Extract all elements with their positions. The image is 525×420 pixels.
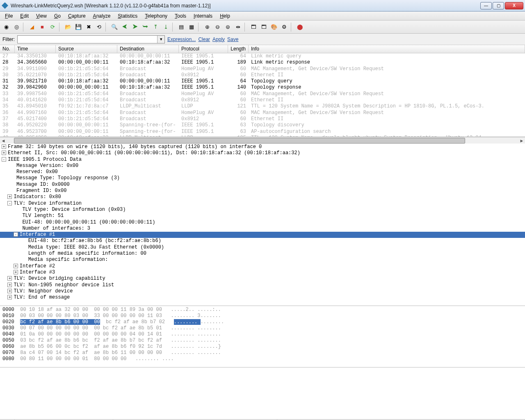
packet-row[interactable]: 2934.991109000:1b:21:d5:5d:64BroadcastHo…	[0, 66, 525, 72]
hex-row[interactable]: 0080 00 80 11 00 00 00 00 01 80 00 00 00…	[2, 356, 523, 362]
tree-row[interactable]: Length of media specific information: 00	[0, 251, 525, 257]
go-first-icon[interactable]: ⤒	[151, 23, 160, 32]
packet-list-pane[interactable]: No. Time Source Destination Protocol Len…	[0, 45, 525, 137]
tree-row[interactable]: EUI-48: 00:00:00_00:00:11 (00:00:00:00:0…	[0, 219, 525, 226]
expand-icon[interactable]: +	[7, 276, 12, 281]
menu-edit[interactable]: Edit	[17, 12, 32, 20]
tree-row[interactable]: +Frame 32: 140 bytes on wire (1120 bits)…	[0, 144, 525, 150]
tree-row[interactable]: Reserved: 0x00	[0, 169, 525, 175]
open-file-icon[interactable]: 📂	[64, 23, 73, 32]
packet-details-pane[interactable]: +Frame 32: 140 bytes on wire (1120 bits)…	[0, 144, 525, 306]
expand-icon[interactable]: +	[14, 270, 18, 274]
tree-row[interactable]: -IEEE 1905.1 Protocol Data	[0, 157, 525, 163]
colorize-icon[interactable]: ▤	[177, 23, 186, 32]
expand-icon[interactable]: +	[2, 151, 6, 155]
filter-combo[interactable]: ▾	[17, 35, 165, 43]
minimize-button[interactable]: —	[480, 2, 492, 9]
expand-icon[interactable]: +	[2, 144, 6, 149]
menu-view[interactable]: View	[33, 12, 50, 20]
tree-row[interactable]: Message Version: 0x00	[0, 163, 525, 169]
close-button[interactable]: X	[505, 2, 523, 9]
expand-icon[interactable]: +	[14, 264, 18, 268]
expand-icon[interactable]: +	[7, 289, 12, 293]
packet-list-header[interactable]: No. Time Source Destination Protocol Len…	[0, 45, 525, 53]
col-time[interactable]: Time	[15, 45, 56, 53]
go-to-packet-icon[interactable]: ⮩	[141, 23, 150, 32]
close-file-icon[interactable]: ✖	[84, 23, 93, 32]
filter-expression-link[interactable]: Expression...	[167, 37, 196, 42]
save-file-icon[interactable]: 💾	[74, 23, 83, 32]
col-src[interactable]: Source	[56, 45, 117, 53]
find-icon[interactable]: 🔍	[110, 23, 119, 32]
hex-row[interactable]: 0030 00 07 00 00 00 00 00 00 00 bc f2 af…	[2, 325, 523, 331]
hex-row[interactable]: 0070 8a c4 07 00 14 bc f2 af ae 8b b6 11…	[2, 350, 523, 356]
help-icon[interactable]: ⬤	[295, 23, 304, 32]
menu-telephony[interactable]: Telephony	[142, 12, 171, 20]
tree-row[interactable]: +TLV: Non-1905 neighbor device list	[0, 282, 525, 288]
go-back-icon[interactable]: ⮜	[120, 23, 129, 32]
packet-row[interactable]: 2834.366566000:00:00_00:00:1100:10:18:af…	[0, 59, 525, 66]
hex-row[interactable]: 0050 03 bc f2 af ae 8b b6 bc f2 af ae 8b…	[2, 338, 523, 344]
capture-filters-icon[interactable]: 🗔	[249, 23, 258, 32]
collapse-icon[interactable]: -	[7, 201, 12, 205]
tree-row[interactable]: Media type: IEEE 802.3u Fast Ethernet (0…	[0, 244, 525, 251]
packet-row[interactable]: 3139.982171000:10:18:af:aa:3200:00:00_00…	[0, 78, 525, 84]
packet-row[interactable]: 3035.022107000:1b:21:d5:5d:64Broadcast0x…	[0, 72, 525, 78]
resize-columns-icon[interactable]: ⇹	[233, 23, 242, 32]
capture-start-icon[interactable]: ◢	[27, 23, 37, 32]
tree-row[interactable]: Message Type: Topology response (3)	[0, 175, 525, 181]
tree-row[interactable]: Number of interfaces: 3	[0, 226, 525, 232]
menu-go[interactable]: Go	[51, 12, 64, 20]
packet-row[interactable]: 3745.021740000:1b:21:d5:5d:64Broadcast0x…	[0, 116, 525, 122]
zoom-reset-icon[interactable]: ⊜	[223, 23, 232, 32]
hex-row[interactable]: 0000 00 10 18 af aa 32 00 00 00 00 00 11…	[2, 307, 523, 313]
menu-capture[interactable]: Capture	[65, 12, 89, 20]
tree-row[interactable]: +Indicators: 0x80	[0, 194, 525, 200]
filter-clear-link[interactable]: Clear	[198, 37, 210, 42]
menu-file[interactable]: File	[2, 12, 16, 20]
filter-input[interactable]	[18, 36, 157, 43]
filter-apply-link[interactable]: Apply	[212, 37, 225, 42]
zoom-in-icon[interactable]: ⊕	[203, 23, 212, 32]
tree-row[interactable]: +TLV: End of message	[0, 294, 525, 301]
reload-icon[interactable]: ⟲	[94, 23, 103, 32]
capture-stop-icon[interactable]: ■	[38, 23, 47, 32]
col-info[interactable]: Info	[249, 45, 525, 53]
collapse-icon[interactable]: -	[2, 157, 6, 162]
expand-icon[interactable]: +	[7, 283, 12, 287]
packet-row[interactable]: 3239.984296000:00:00_00:00:1100:10:18:af…	[0, 84, 525, 91]
menu-statistics[interactable]: Statistics	[114, 12, 141, 20]
packet-row[interactable]: 3846.952022000:00:00_00:00:11Spanning-tr…	[0, 122, 525, 128]
tree-row[interactable]: Media specific information:	[0, 257, 525, 263]
go-forward-icon[interactable]: ⮞	[130, 23, 139, 32]
menu-tools[interactable]: Tools	[171, 12, 189, 20]
capture-options-icon[interactable]: ◎	[12, 23, 21, 32]
tree-row[interactable]: +TLV: Neighbor device	[0, 288, 525, 294]
packet-bytes-pane[interactable]: 0000 00 10 18 af aa 32 00 00 00 00 00 11…	[0, 306, 525, 368]
expand-icon[interactable]: +	[7, 295, 12, 299]
tree-row[interactable]: +Interface #2	[0, 263, 525, 269]
tree-row[interactable]: +Interface #3	[0, 269, 525, 276]
hex-row[interactable]: 0010 00 03 00 00 00 80 03 00 33 00 00 00…	[2, 313, 523, 319]
filter-save-link[interactable]: Save	[227, 37, 238, 42]
horizontal-scrollbar[interactable]: ◄ ►	[0, 137, 525, 144]
menu-help[interactable]: Help	[217, 12, 233, 20]
tree-row[interactable]: +TLV: Device bridging capability	[0, 276, 525, 282]
scroll-left-icon[interactable]: ◄	[0, 138, 7, 143]
tree-row[interactable]: Fragment ID: 0x00	[0, 188, 525, 194]
packet-row[interactable]: 3543.8945010f0:92:1c:7d:8a:c7LLDP_Multic…	[0, 103, 525, 110]
col-no[interactable]: No.	[0, 45, 15, 53]
tree-row[interactable]: TLV length: 51	[0, 213, 525, 219]
hex-row[interactable]: 0020 bc f2 af ae 8b b6 00 00 00 bc f2 af…	[2, 319, 523, 325]
capture-interfaces-icon[interactable]: ◉	[2, 23, 11, 32]
col-dst[interactable]: Destination	[117, 45, 179, 53]
display-filters-icon[interactable]: 🗔	[259, 23, 268, 32]
col-proto[interactable]: Protocol	[179, 45, 228, 53]
tree-row[interactable]: +Ethernet II, Src: 00:00:00_00:00:11 (00…	[0, 150, 525, 156]
collapse-icon[interactable]: -	[14, 232, 18, 237]
packet-row[interactable]: 3644.990716000:1b:21:d5:5d:64BroadcastHo…	[0, 110, 525, 116]
packet-row[interactable]: 3339.998754000:1b:21:d5:5d:64BroadcastHo…	[0, 91, 525, 97]
hex-row[interactable]: 0040 01 0a 00 00 00 00 00 00 00 00 00 00…	[2, 331, 523, 338]
packet-row[interactable]: 4049.905426000:10:18:af:aa:32LLDP_Multic…	[0, 135, 525, 137]
scroll-right-icon[interactable]: ►	[518, 138, 525, 143]
